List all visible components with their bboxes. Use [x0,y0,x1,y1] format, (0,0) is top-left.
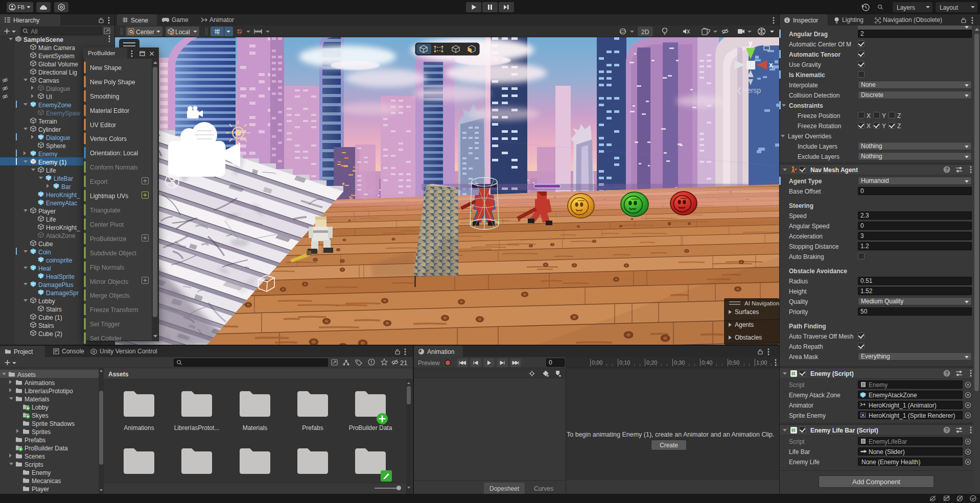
svg-text:Agents: Agents [735,321,754,328]
svg-text:Y: Y [217,32,220,35]
svg-text:Obstacles: Obstacles [735,334,762,341]
svg-text:Surfaces: Surfaces [735,308,759,316]
svg-text:?: ? [945,167,948,173]
svg-text:?: ? [945,371,948,376]
svg-text:y: y [749,39,753,47]
svg-text:?: ? [945,427,948,433]
svg-text:❮Persp: ❮Persp [736,86,761,95]
svg-text:AI Navigation: AI Navigation [744,300,779,306]
svg-text:x: x [769,61,773,69]
